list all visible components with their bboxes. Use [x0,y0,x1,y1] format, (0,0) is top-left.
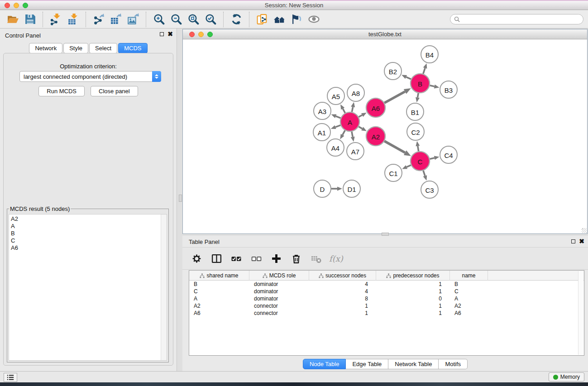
task-history-button[interactable] [4,373,17,382]
graph-node-A1[interactable]: A1 [313,124,330,141]
column-header-mcds-role[interactable]: MCDS role [249,271,309,281]
main-toolbar [0,10,588,29]
zoom-selected-icon [205,13,217,25]
tab-mcds[interactable]: MCDS [118,43,147,53]
delete-table-button[interactable] [307,250,325,267]
save-session-button[interactable] [21,12,38,27]
tab-network[interactable]: Network [29,43,62,53]
close-table-panel-icon[interactable]: ✖ [579,239,584,243]
network-window-title: testGlobe.txt [183,31,587,38]
graph-node-A3[interactable]: A3 [314,102,331,119]
control-panel-title: Control Panel [5,32,41,39]
table-row-b[interactable]: Bdominator41B [189,281,584,288]
graph-edge-B-B1 [416,93,420,103]
graph-node-label: C1 [389,170,397,177]
graph-node-A5[interactable]: A5 [327,87,344,105]
graph-node-C[interactable]: C [411,152,430,171]
cell-shared-name: A6 [189,310,249,317]
open-session-button[interactable] [4,12,21,27]
run-mcds-button[interactable]: Run MCDS [38,86,85,96]
tab-select[interactable]: Select [89,43,117,53]
graph-node-C4[interactable]: C4 [440,146,457,163]
float-panel-icon[interactable] [160,32,164,36]
import-table-button[interactable] [64,12,81,27]
cell-successor-nodes: 1 [309,310,376,317]
graph-node-C3[interactable]: C3 [421,181,438,198]
search-input[interactable] [462,16,579,23]
import-network-button[interactable] [47,12,64,27]
memory-button[interactable]: Memory [549,372,584,381]
table-row-c[interactable]: Cdominator41C [189,288,584,295]
graph-node-A2[interactable]: A2 [366,127,385,146]
refresh-group [223,12,249,27]
result-item-b: B [11,230,161,237]
trash-icon [291,253,301,264]
home-views-button[interactable] [271,12,288,27]
apply-layout-button[interactable] [228,12,245,27]
export-table-button[interactable] [107,12,124,27]
graph-node-B2[interactable]: B2 [384,62,402,80]
result-scrollbar[interactable] [161,214,167,360]
graphics-details-button[interactable] [288,12,305,27]
export-network-button[interactable] [90,12,107,27]
attribute-type-icon [263,273,268,278]
table-scrollbar[interactable] [578,271,583,355]
table-row-a[interactable]: Adominator80A [189,295,584,302]
tab-network-table[interactable]: Network Table [388,359,439,369]
dropdown-stepper-icon [152,71,161,82]
cell-name: C [450,288,488,295]
tab-node-table[interactable]: Node Table [303,359,346,369]
graph-edge-C-C2 [416,141,420,152]
vertical-splitter-handle[interactable] [179,195,182,202]
zoom-out-button[interactable] [167,12,185,27]
tab-style[interactable]: Style [63,43,88,53]
graph-node-B3[interactable]: B3 [440,81,457,98]
float-table-panel-icon[interactable] [571,239,575,243]
graph-node-C1[interactable]: C1 [385,164,402,181]
network-canvas[interactable]: B4B2BB3A8A5A6A3B1AC2A1A2A4A7C4CC1DD1C3 [183,39,587,233]
optimization-criterion-dropdown[interactable]: largest connected component (directed) [19,71,161,82]
graph-node-A[interactable]: A [340,112,359,131]
network-window-titlebar[interactable]: testGlobe.txt [183,29,587,39]
graph-node-A7[interactable]: A7 [347,143,364,160]
delete-column-button[interactable] [287,250,305,267]
birds-eye-view-button[interactable] [305,12,322,27]
search-box[interactable] [450,14,583,24]
graph-node-C2[interactable]: C2 [407,123,424,140]
cell-shared-name: C [189,288,249,295]
zoom-fit-button[interactable] [185,12,202,27]
select-all-button[interactable] [228,250,245,267]
graph-node-B[interactable]: B [411,74,430,93]
graph-node-A6[interactable]: A6 [366,98,385,117]
tab-edge-table[interactable]: Edge Table [346,359,388,369]
deselect-all-button[interactable] [248,250,265,267]
graph-node-A4[interactable]: A4 [327,139,344,156]
column-header-successor-nodes[interactable]: successor nodes [309,271,376,281]
copy-network-button[interactable] [253,12,271,27]
graph-node-D1[interactable]: D1 [343,180,360,197]
zoom-in-button[interactable] [150,12,167,27]
tab-motifs[interactable]: Motifs [439,359,468,369]
column-header-shared-name[interactable]: shared name [189,271,249,281]
show-columns-button[interactable] [208,250,225,267]
graph-node-B1[interactable]: B1 [406,103,424,120]
graph-edge-A-A5 [340,104,345,113]
graph-node-A8[interactable]: A8 [347,84,364,101]
export-image-button[interactable] [124,12,142,27]
close-panel-button[interactable]: Close panel [91,86,138,96]
zoom-selected-button[interactable] [202,12,219,27]
table-row-a2[interactable]: A2connector11A2 [189,302,584,310]
column-header-name[interactable]: name [450,271,488,281]
table-options-button[interactable] [188,250,205,267]
graph-node-label: B [418,80,422,88]
graph-node-B4[interactable]: B4 [421,46,438,63]
columns-icon [211,253,222,264]
column-header-predecessor-nodes[interactable]: predecessor nodes [376,271,450,281]
close-panel-icon[interactable]: ✖ [167,32,173,36]
resize-grip[interactable] [582,228,587,233]
add-column-button[interactable] [268,250,285,267]
table-row-a6[interactable]: A6connector11A6 [189,310,584,317]
function-builder-button[interactable]: f(x) [327,254,343,263]
horizontal-splitter-handle[interactable] [382,233,389,236]
graph-node-D[interactable]: D [314,180,331,197]
